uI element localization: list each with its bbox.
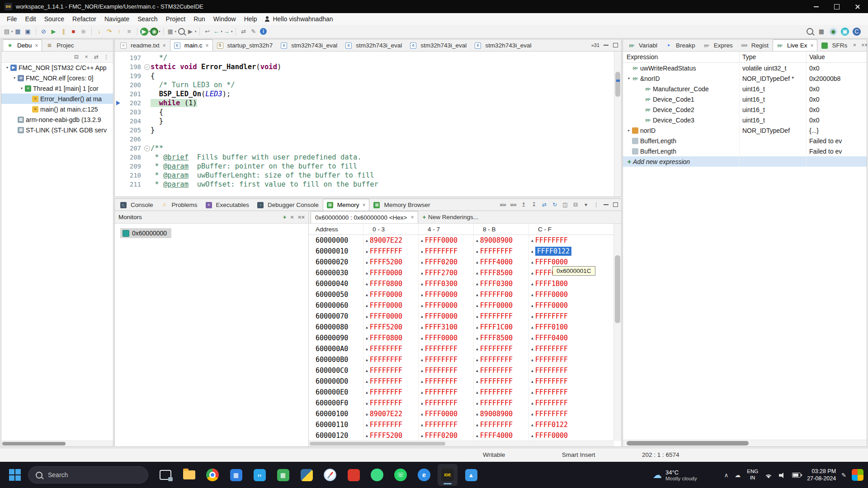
external-tools-button[interactable]: ▶▾ [186, 26, 197, 37]
memory-cell[interactable]: ▲FFFF0122 [528, 246, 584, 257]
menu-file[interactable]: File [3, 15, 21, 23]
menu-navigate[interactable]: Navigate [100, 15, 133, 23]
memory-cell[interactable]: ▲FFFF0000 [473, 300, 528, 311]
terminate-button[interactable]: ■ [69, 26, 79, 37]
memory-cell[interactable]: ▲FFFF0000 [418, 300, 473, 311]
taskbar-app-green-app[interactable]: ▦ [273, 464, 293, 486]
memory-cell[interactable]: ▲FFFF0000 [418, 333, 473, 343]
debug-button[interactable]: ◉▾ [150, 26, 160, 37]
memory-cell[interactable]: ▲FFFFFFFF [528, 387, 584, 398]
add-expression-row[interactable]: +Add new expression [623, 156, 867, 167]
memory-cell[interactable]: ▲FFFF4000 [473, 430, 528, 441]
expression-row-device-code2[interactable]: (x)=Device_Code2uint16_t0x0 [623, 104, 867, 115]
import-memory-button[interactable]: ↧ [531, 202, 537, 208]
save-all-button[interactable]: ▣ [23, 26, 33, 37]
menu-search[interactable]: Search [133, 15, 161, 23]
tree-item-arm-none-eabi-gdb-13-2-9[interactable]: ▦arm-none-eabi-gdb (13.2.9 [1, 114, 113, 125]
menu-run[interactable]: Run [189, 15, 209, 23]
memory-cell[interactable]: ▲FFFF0000 [363, 300, 418, 311]
memory-cell[interactable]: ▲FFFFFFFF [473, 365, 528, 376]
tab-stm32h743i-eval[interactable]: cstm32h743i_eval [341, 39, 406, 51]
memory-cell[interactable]: ▲FFFF1C00 [473, 322, 528, 333]
memory-cell[interactable]: ▲FFFFFFFF [528, 311, 584, 322]
memory-cell[interactable]: ▲FFFFFFFF [528, 376, 584, 387]
taskbar-app-whatsapp[interactable]: ☏ [391, 464, 410, 486]
memory-cell[interactable]: ▲FFFFFFFF [528, 398, 584, 408]
taskbar-app-red-app[interactable] [344, 464, 363, 486]
tab-sfrs[interactable]: SFRs [817, 39, 851, 51]
memory-cell[interactable]: ▲FFFFFFFF [473, 343, 528, 354]
tab-expres[interactable]: (x)=Expres [699, 39, 737, 51]
memory-cell[interactable]: ▲FFFFFFFF [418, 354, 473, 365]
memory-cell[interactable]: ▲FFFFFFFF [363, 354, 418, 365]
tab-readme-txt[interactable]: ≡readme.txt× [116, 39, 170, 51]
hex-rendering-button[interactable]: 1010 [500, 203, 506, 206]
battery-icon[interactable] [792, 473, 801, 478]
minimize-panel-button[interactable] [603, 204, 609, 205]
step-over-button[interactable]: ↷ [104, 26, 114, 37]
expander-icon[interactable]: ▸ [626, 128, 632, 132]
disconnect-button[interactable]: ⊗ [79, 26, 89, 37]
toggle-memory-button[interactable]: ▾ [583, 202, 589, 208]
scrollbar-thumb[interactable] [627, 441, 749, 446]
memory-cell[interactable]: ▲FFFFFFFF [418, 365, 473, 376]
collapse-all-button[interactable]: ⊟ [73, 54, 80, 60]
minimize-panel-button[interactable] [603, 45, 609, 46]
memory-cell[interactable]: ▲FFFF0800 [363, 333, 418, 343]
search-button[interactable] [176, 26, 186, 37]
memory-col-c-f[interactable]: C - F [528, 224, 584, 235]
close-icon[interactable]: × [163, 42, 166, 49]
memory-cell[interactable]: ▲89008900 [473, 408, 528, 419]
menu-window[interactable]: Window [209, 15, 240, 23]
memory-cell[interactable]: ▲FFFF0000 [528, 300, 584, 311]
scrollbar-thumb[interactable] [615, 72, 620, 97]
expander-icon[interactable]: ▾ [11, 76, 18, 80]
memory-cell[interactable]: ▲FFFF4000 [473, 257, 528, 267]
start-button[interactable] [8, 468, 22, 482]
memory-hscrollbar[interactable] [309, 441, 614, 446]
tab-stm32h743i-eval[interactable]: cstm32h743i_eval [471, 39, 535, 51]
memory-cell[interactable]: ▲FFFF0000 [418, 408, 473, 419]
col-value[interactable]: Value [807, 52, 867, 62]
hex-rendering-tab[interactable]: 0x60000000 : 0x60000000 <Hex> × [311, 211, 418, 223]
memory-cell[interactable]: ▲FFFFFFFF [418, 376, 473, 387]
wifi-icon[interactable] [764, 472, 773, 478]
new-rendering-button[interactable]: 1010 [510, 203, 516, 206]
right-panel-hscrollbar[interactable] [623, 440, 867, 446]
close-icon[interactable]: × [362, 202, 365, 208]
memory-cell[interactable]: ▲FFFF0000 [363, 267, 418, 278]
tab-memory-browser[interactable]: ▦Memory Browser [369, 199, 434, 211]
cubemx-perspective-button[interactable]: ▣ [840, 26, 850, 37]
scrollbar-thumb[interactable] [310, 442, 445, 446]
back-button[interactable]: ←▾ [212, 26, 223, 37]
expression-row-device-code3[interactable]: (x)=Device_Code3uint16_t0x0 [623, 115, 867, 125]
memory-cell[interactable]: ▲FFFF0300 [418, 278, 473, 289]
memory-cell[interactable]: ▲FFFF0100 [528, 322, 584, 333]
taskbar-app-python[interactable] [297, 464, 316, 486]
memory-cell[interactable]: ▲89007E22 [363, 408, 418, 419]
taskbar-widget-icon[interactable] [852, 469, 863, 481]
memory-col-address[interactable]: Address [309, 226, 363, 233]
toolbar-search-button[interactable] [805, 26, 815, 37]
memory-cell[interactable]: ▲FFFFFFFF [418, 387, 473, 398]
taskbar-app-edge[interactable]: e [414, 464, 434, 486]
memory-cell[interactable]: ▲FFFF5200 [363, 322, 418, 333]
taskbar-app-green-round-app[interactable] [367, 464, 387, 486]
memory-cell[interactable]: ▲FFFFFFFF [473, 387, 528, 398]
maximize-button[interactable] [826, 0, 847, 13]
memory-cell[interactable]: ▲89007E22 [363, 235, 418, 246]
menu-help[interactable]: Help [240, 15, 261, 23]
close-icon[interactable]: × [35, 42, 38, 49]
split-vertical-button[interactable]: ⊟ [572, 202, 579, 208]
tab-problems[interactable]: ⚠Problems [157, 199, 202, 211]
minimize-button[interactable] [806, 0, 826, 13]
expander-icon[interactable]: ▾ [19, 86, 25, 90]
info-button[interactable]: i [259, 26, 269, 37]
expression-row-norid[interactable]: ▸norIDNOR_IDTypeDef{...} [623, 125, 867, 136]
open-perspective-button[interactable]: ▦ [816, 26, 826, 37]
notifications-icon[interactable]: ✎ [841, 472, 846, 479]
expression-row-bufferlength[interactable]: BufferLengthFailed to ev [623, 146, 867, 156]
clock[interactable]: 03:28 PM 27-08-2024 [807, 468, 836, 483]
tab-debugger-console[interactable]: ›Debugger Console [253, 199, 323, 211]
new-renderings-tab[interactable]: + New Renderings... [418, 211, 482, 223]
